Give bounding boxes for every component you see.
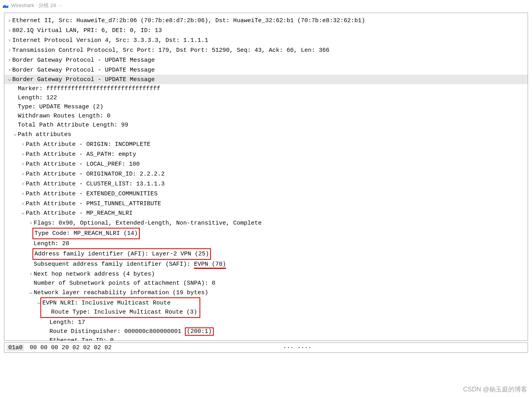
tree-row[interactable]: Border Gateway Protocol - UPDATE Message xyxy=(4,55,528,65)
chevron-right-icon[interactable] xyxy=(7,25,12,35)
chevron-right-icon[interactable] xyxy=(20,169,26,179)
tree-row[interactable]: Path Attribute - PMSI_TUNNEL_ATTRIBUTE xyxy=(4,198,528,208)
chevron-right-icon[interactable] xyxy=(7,15,12,25)
chevron-right-icon[interactable] xyxy=(20,179,26,189)
tree-row[interactable]: Route Distinguisher: 000000c800000001 (2… xyxy=(4,327,528,336)
tree-row[interactable]: Type: UPDATE Message (2) xyxy=(4,102,528,112)
tree-row[interactable]: Path Attribute - ORIGIN: INCOMPLETE xyxy=(4,139,528,149)
hex-ascii: ··· ···· xyxy=(283,344,312,351)
watermark-text: CSDN @杨玉庭的博客 xyxy=(463,386,527,394)
tree-row[interactable]: Withdrawn Routes Length: 0 xyxy=(4,112,528,121)
tree-row[interactable]: Path Attribute - ORIGINATOR_ID: 2.2.2.2 xyxy=(4,169,528,179)
tree-row[interactable]: Next hop network address (4 bytes) xyxy=(4,269,528,279)
chevron-right-icon[interactable] xyxy=(7,35,12,45)
tree-row[interactable]: Total Path Attribute Length: 99 xyxy=(4,121,528,130)
tree-row[interactable]: Length: 17 xyxy=(4,318,528,327)
chevron-right-icon[interactable] xyxy=(7,65,12,75)
tree-row[interactable]: Path Attribute - AS_PATH: empty xyxy=(4,149,528,159)
chevron-right-icon[interactable] xyxy=(28,218,34,228)
chevron-right-icon[interactable] xyxy=(7,55,12,65)
chevron-down-icon[interactable] xyxy=(20,208,26,218)
hex-offset: 01a0 xyxy=(7,344,24,351)
tree-row[interactable]: Type Code: MP_REACH_NLRI (14) xyxy=(4,228,528,239)
tree-row[interactable]: Subsequent address family identifier (SA… xyxy=(4,260,528,269)
wireshark-logo-icon xyxy=(2,2,9,9)
chevron-right-icon[interactable] xyxy=(7,45,12,55)
tree-row[interactable]: Path Attribute - EXTENDED_COMMUNITIES xyxy=(4,189,528,198)
tree-row[interactable]: Ethernet II, Src: HuaweiTe_d7:2b:06 (70:… xyxy=(4,15,528,25)
highlighted-field: (200:1) xyxy=(185,327,214,336)
hex-dump-panel[interactable]: 01a0 00 00 00 20 02 02 02 02 ··· ···· xyxy=(4,342,528,353)
tree-row[interactable]: 802.1Q Virtual LAN, PRI: 6, DEI: 0, ID: … xyxy=(4,25,528,35)
highlighted-field: Address family identifier (AFI): Layer-2… xyxy=(32,248,211,260)
chevron-down-icon[interactable] xyxy=(28,288,34,297)
chevron-right-icon[interactable] xyxy=(20,198,26,208)
window-title: Wireshark · 分组 24 · - xyxy=(11,2,62,9)
tree-row[interactable]: Border Gateway Protocol - UPDATE Message xyxy=(4,65,528,75)
tree-row[interactable]: Ethernet Tag ID: 0 xyxy=(4,336,528,341)
chevron-right-icon[interactable] xyxy=(20,139,26,149)
tree-row[interactable]: Flags: 0x90, Optional, Extended-Length, … xyxy=(4,218,528,228)
tree-row[interactable]: Length: 28 xyxy=(4,239,528,248)
highlighted-field: Type Code: MP_REACH_NLRI (14) xyxy=(32,228,140,239)
tree-row[interactable]: Path Attribute - CLUSTER_LIST: 13.1.1.3 xyxy=(4,179,528,189)
tree-row-expanded[interactable]: Border Gateway Protocol - UPDATE Message xyxy=(4,75,528,84)
tree-row[interactable]: Marker: ffffffffffffffffffffffffffffffff xyxy=(4,84,528,93)
highlighted-underline: EVPN (70) xyxy=(194,261,226,269)
tree-row[interactable]: Number of Subnetwork points of attachmen… xyxy=(4,279,528,288)
tree-row[interactable]: Path Attribute - LOCAL_PREF: 100 xyxy=(4,159,528,169)
protocol-tree[interactable]: Ethernet II, Src: HuaweiTe_d7:2b:06 (70:… xyxy=(4,13,528,341)
chevron-right-icon[interactable] xyxy=(20,159,26,169)
tree-row-expanded[interactable]: Path attributes xyxy=(4,130,528,139)
tree-row-expanded[interactable]: EVPN NLRI: Inclusive Multicast RouteRout… xyxy=(4,297,528,318)
packet-details-panel[interactable]: Ethernet II, Src: HuaweiTe_d7:2b:06 (70:… xyxy=(4,13,528,341)
chevron-down-icon[interactable] xyxy=(12,130,18,139)
tree-row-expanded[interactable]: Path Attribute - MP_REACH_NLRI xyxy=(4,208,528,218)
chevron-right-icon[interactable] xyxy=(20,189,26,198)
tree-row[interactable]: Length: 122 xyxy=(4,93,528,102)
tree-row[interactable]: Address family identifier (AFI): Layer-2… xyxy=(4,248,528,260)
tree-row[interactable]: Transmission Control Protocol, Src Port:… xyxy=(4,45,528,55)
chevron-right-icon[interactable] xyxy=(28,269,34,279)
chevron-down-icon[interactable] xyxy=(7,75,12,84)
tree-row[interactable]: Internet Protocol Version 4, Src: 3.3.3.… xyxy=(4,35,528,45)
tree-row-expanded[interactable]: Network layer reachability information (… xyxy=(4,288,528,297)
chevron-right-icon[interactable] xyxy=(20,149,26,159)
highlighted-block: EVPN NLRI: Inclusive Multicast RouteRout… xyxy=(40,297,200,318)
window-titlebar: Wireshark · 分组 24 · - xyxy=(0,0,532,11)
hex-bytes: 00 00 00 20 02 02 02 02 xyxy=(30,344,112,351)
